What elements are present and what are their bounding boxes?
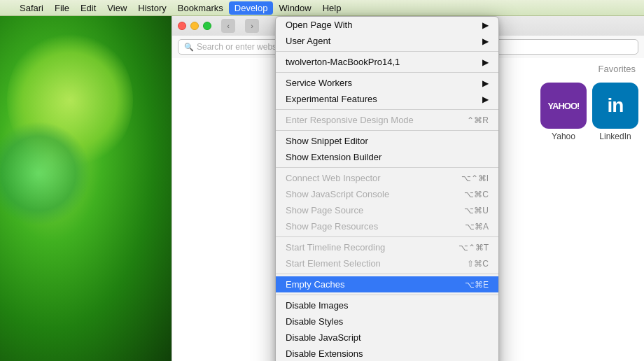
menu-start-element-selection: Start Element Selection ⇧⌘C <box>276 255 498 271</box>
separator-2 <box>276 72 498 73</box>
yahoo-label: Yahoo <box>552 132 575 141</box>
menubar-safari[interactable]: Safari <box>14 1 49 15</box>
separator-8 <box>276 295 498 295</box>
submenu-arrow: ▶ <box>482 36 489 46</box>
back-button[interactable]: ‹ <box>221 19 235 33</box>
menu-user-agent[interactable]: User Agent ▶ <box>276 33 498 49</box>
menubar-window[interactable]: Window <box>273 1 316 15</box>
menu-show-page-source: Show Page Source ⌥⌘U <box>276 202 498 218</box>
forward-button[interactable]: › <box>245 19 259 33</box>
menu-connect-web-inspector: Connect Web Inspector ⌥⌃⌘I <box>276 170 498 186</box>
menu-show-snippet-editor[interactable]: Show Snippet Editor <box>276 133 498 149</box>
menubar-view[interactable]: View <box>102 1 132 15</box>
linkedin-label: LinkedIn <box>599 132 631 141</box>
submenu-arrow: ▶ <box>482 20 489 30</box>
menubar-history[interactable]: History <box>132 1 172 15</box>
menubar: Safari File Edit View History Bookmarks … <box>0 0 644 16</box>
submenu-arrow: ▶ <box>482 78 489 88</box>
menubar-help[interactable]: Help <box>317 1 347 15</box>
menu-disable-javascript[interactable]: Disable JavaScript <box>276 330 498 346</box>
menu-show-page-resources: Show Page Resources ⌥⌘A <box>276 218 498 234</box>
develop-menu: Open Page With ▶ User Agent ▶ twolverton… <box>275 16 499 361</box>
menu-service-workers[interactable]: Service Workers ▶ <box>276 75 498 91</box>
menu-show-extension-builder[interactable]: Show Extension Builder <box>276 149 498 165</box>
menu-disable-images[interactable]: Disable Images <box>276 297 498 313</box>
separator-3 <box>276 109 498 110</box>
close-button[interactable] <box>178 22 186 30</box>
separator-7 <box>276 274 498 274</box>
separator-5 <box>276 167 498 168</box>
menubar-edit[interactable]: Edit <box>75 1 102 15</box>
menu-open-page-with[interactable]: Open Page With ▶ <box>276 17 498 33</box>
separator-6 <box>276 236 498 237</box>
menu-start-timeline: Start Timeline Recording ⌥⌃⌘T <box>276 239 498 255</box>
menu-show-js-console: Show JavaScript Console ⌥⌘C <box>276 186 498 202</box>
menu-disable-extensions[interactable]: Disable Extensions <box>276 346 498 361</box>
linkedin-icon: in <box>592 83 638 129</box>
menu-experimental-features[interactable]: Experimental Features ▶ <box>276 91 498 107</box>
menu-machine-name[interactable]: twolverton-MacBookPro14,1 ▶ <box>276 54 498 70</box>
fullscreen-button[interactable] <box>203 22 211 30</box>
menubar-file[interactable]: File <box>49 1 75 15</box>
favorite-yahoo[interactable]: YAHOO! Yahoo <box>540 83 587 141</box>
favorite-linkedin[interactable]: in LinkedIn <box>592 83 638 141</box>
menu-disable-styles[interactable]: Disable Styles <box>276 313 498 330</box>
menubar-bookmarks[interactable]: Bookmarks <box>172 1 229 15</box>
menu-responsive-design: Enter Responsive Design Mode ⌃⌘R <box>276 112 498 128</box>
submenu-arrow: ▶ <box>482 57 489 67</box>
search-icon: 🔍 <box>184 43 194 52</box>
yahoo-icon: YAHOO! <box>540 83 587 129</box>
submenu-arrow: ▶ <box>482 94 489 104</box>
separator-1 <box>276 51 498 52</box>
minimize-button[interactable] <box>190 22 199 30</box>
separator-4 <box>276 130 498 131</box>
menu-empty-caches[interactable]: Empty Caches ⌥⌘E <box>276 276 498 292</box>
background-image <box>0 16 172 361</box>
menubar-develop[interactable]: Develop <box>229 1 274 15</box>
